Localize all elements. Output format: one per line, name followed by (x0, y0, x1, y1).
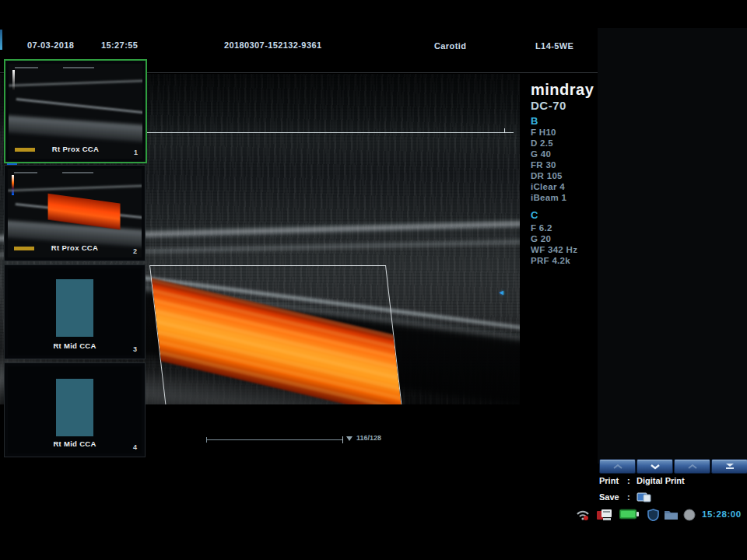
thumbnail-3-image: Rt Mid CCA 3 (8, 268, 142, 355)
scroll-down-button[interactable] (637, 459, 673, 474)
exam-date: 07-03-2018 (27, 40, 74, 50)
status-bar: 15:28:00 (0, 506, 747, 526)
print-separator: : (627, 476, 630, 485)
ultrasound-screen: 07-03-2018 15:27:55 20180307-152132-9361… (0, 0, 747, 560)
thumb-colorbar (12, 175, 14, 195)
brand-logo: mindray (531, 81, 594, 99)
thumbnail-4-image: Rt Mid CCA 4 (8, 366, 142, 453)
chevron-up-icon (687, 464, 698, 470)
b-param-framerate: FR 30 (531, 159, 556, 170)
thumb-header-text (14, 172, 37, 173)
save-label: Save (599, 492, 619, 502)
thumb-clip-placeholder (56, 279, 93, 337)
b-param-gain: G 40 (531, 149, 551, 159)
thumbnail-1-image: Rt Prox CCA 1 (9, 64, 142, 159)
machine-model: DC-70 (531, 99, 566, 112)
color-roi-box[interactable] (149, 265, 403, 404)
thumb-tissue-band (9, 79, 142, 87)
study-id: 20180307-152132-9361 (224, 40, 321, 50)
thumb-clip-placeholder (56, 379, 93, 436)
thumbnail-3[interactable]: Rt Mid CCA 3 (4, 264, 146, 359)
chevron-down-icon (650, 464, 661, 470)
exam-type: Carotid (434, 41, 466, 51)
skip-to-end-icon (724, 463, 735, 471)
thumbnail-1-label: Rt Prox CCA (9, 145, 142, 153)
thumbnail-4-index: 4 (133, 443, 137, 451)
chevron-up-icon (612, 464, 623, 470)
save-media-icon (637, 492, 652, 502)
thumbnail-1[interactable]: Rt Prox CCA 1 (4, 59, 147, 163)
scroll-up-button[interactable] (674, 459, 710, 474)
thumbnail-2-index: 2 (133, 247, 137, 255)
c-param-gain: G 20 (531, 233, 551, 244)
save-separator: : (627, 492, 630, 502)
c-param-wallfilter: WF 342 Hz (531, 244, 577, 255)
b-param-iclear: iClear 4 (531, 181, 565, 192)
battery-icon (619, 509, 640, 520)
flow-texture (149, 276, 403, 404)
thumb-graybar (12, 70, 15, 90)
cine-start-tick (206, 437, 207, 443)
cine-progress-bar[interactable] (206, 439, 342, 440)
thumb-tissue-band (16, 98, 142, 115)
printer-icon (596, 509, 613, 521)
print-value: Digital Print (637, 476, 685, 485)
thumb-header-text (63, 67, 94, 68)
status-circle-icon (683, 509, 696, 521)
thumb-header-text (15, 67, 38, 68)
color-mode-label: C (531, 209, 538, 221)
cine-position-marker[interactable] (346, 436, 352, 441)
wifi-icon (576, 509, 590, 521)
thumbnail-3-label: Rt Mid CCA (8, 341, 142, 350)
thumbnail-2-image: Rt Prox CCA 2 (8, 169, 142, 257)
thumb-tissue-band (9, 115, 142, 143)
doppler-flow-signal (149, 276, 403, 404)
print-label: Print (599, 476, 619, 485)
thumbnail-2-label: Rt Prox CCA (8, 243, 142, 252)
frame-counter: 116/128 (356, 434, 381, 442)
focus-position-icon: ◄ (498, 289, 505, 296)
skip-to-end-button[interactable] (711, 459, 747, 474)
b-mode-label: B (531, 115, 538, 127)
folder-icon (664, 509, 679, 520)
thumb-tissue-band (8, 184, 142, 192)
thumbnail-4[interactable]: Rt Mid CCA 4 (4, 362, 146, 457)
cine-position-tick (342, 436, 343, 443)
thumbnail-1-index: 1 (134, 149, 138, 156)
b-param-dynamicrange: DR 105 (531, 170, 563, 181)
shield-icon (647, 509, 659, 521)
thumbnail-3-index: 3 (133, 345, 137, 353)
system-clock: 15:28:00 (702, 509, 742, 519)
c-param-prf: PRF 4.2k (531, 255, 570, 266)
page-up-button[interactable] (599, 459, 636, 474)
thumbnail-2[interactable]: Rt Prox CCA 2 (4, 165, 146, 261)
thumbnail-panel (598, 28, 747, 464)
reference-line-tick (504, 128, 505, 133)
left-accent-bar (0, 30, 2, 50)
thumb-header-text (62, 172, 93, 173)
c-param-frequency: F 6.2 (531, 222, 552, 233)
thumbnail-4-label: Rt Mid CCA (8, 439, 142, 448)
exam-time: 15:27:55 (101, 40, 138, 50)
b-param-frequency: F H10 (531, 127, 556, 138)
b-param-depth: D 2.5 (531, 138, 553, 149)
probe-name: L14-5WE (535, 41, 573, 51)
b-param-ibeam: iBeam 1 (531, 192, 566, 203)
